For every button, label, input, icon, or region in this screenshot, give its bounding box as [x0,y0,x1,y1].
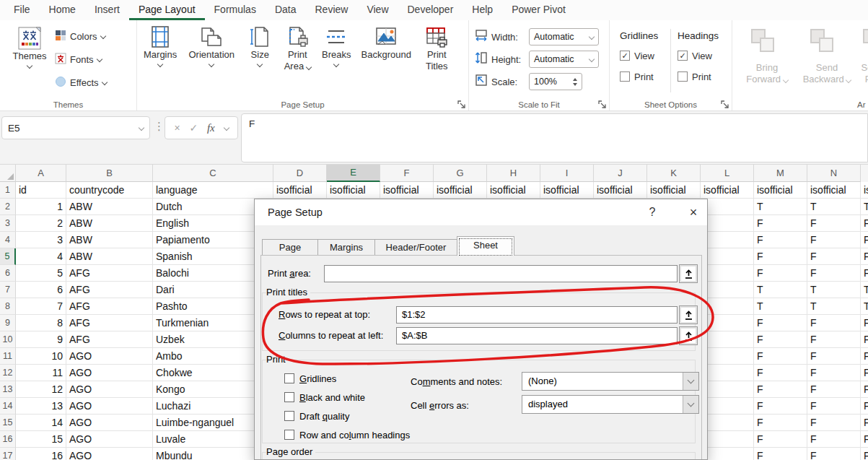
cell[interactable]: F [754,215,807,232]
headings-view-checkbox[interactable]: ✓View [678,48,719,63]
menu-item-insert[interactable]: Insert [85,0,129,20]
cell[interactable]: 13 [16,398,66,415]
enter-icon[interactable]: ✓ [189,122,198,134]
size-button[interactable]: Size [242,22,277,72]
row-header-14[interactable]: 14 [0,398,16,415]
cell[interactable]: F [807,448,861,460]
menu-item-help[interactable]: Help [463,0,502,20]
row-header-16[interactable]: 16 [0,431,16,448]
cell[interactable]: F [754,415,807,431]
cell[interactable]: 11 [16,365,66,381]
cell[interactable]: F [861,431,868,448]
collapse-dialog-icon[interactable] [679,305,698,324]
tab-margins[interactable]: Margins [317,239,375,256]
draft-quality-checkbox[interactable] [284,411,294,421]
formula-input[interactable]: F [241,113,868,162]
combo-button[interactable] [683,373,698,390]
tab-page[interactable]: Page [262,239,318,256]
cell[interactable]: isofficial [594,182,647,199]
black-white-checkbox[interactable] [284,392,294,402]
cell[interactable]: F [754,348,807,365]
menu-item-data[interactable]: Data [266,0,306,20]
page-setup-dialog-launcher[interactable] [457,99,466,108]
bring-forward-button[interactable]: Bring Forward [741,59,793,85]
cell[interactable]: AGO [66,415,153,431]
cell[interactable]: F [861,348,868,365]
combo-button[interactable] [683,396,698,413]
cell[interactable]: F [807,431,861,448]
cell[interactable]: T [807,199,861,215]
cell[interactable]: AGO [66,398,153,415]
cell[interactable]: F [807,265,861,282]
cell[interactable]: ABW [66,199,153,215]
cell[interactable]: T [754,282,807,298]
column-header-A[interactable]: A [16,165,66,182]
row-header-8[interactable]: 8 [0,298,16,315]
collapse-dialog-icon[interactable] [679,326,698,345]
cell[interactable] [701,265,754,282]
send-backward-button[interactable]: Send Backward [799,59,855,85]
cell[interactable]: isofficial [647,182,701,199]
cell[interactable]: T [754,199,807,215]
menu-item-home[interactable]: Home [40,0,85,20]
cell[interactable]: 14 [16,415,66,431]
select-all-corner[interactable] [0,165,16,182]
spin-up-icon[interactable] [573,78,577,81]
cell[interactable]: ABW [66,215,153,232]
row-col-headings-checkbox[interactable] [284,430,294,440]
row-header-5[interactable]: 5 [0,248,16,265]
cell[interactable]: F [807,248,861,265]
cell[interactable]: F [754,331,807,348]
cell[interactable]: 8 [16,315,66,331]
cell[interactable]: 15 [16,431,66,448]
cell[interactable]: isofficial [754,182,807,199]
cell[interactable]: F [861,215,868,232]
cell[interactable]: F [807,365,861,381]
cell[interactable]: AFG [66,298,153,315]
cell[interactable]: F [861,232,868,248]
cell[interactable] [701,315,754,331]
cell[interactable]: F [861,415,868,431]
cell[interactable] [701,248,754,265]
print-area-button[interactable]: Print Area [277,22,317,72]
cell[interactable]: F [754,431,807,448]
cancel-icon[interactable]: × [174,122,180,134]
menu-item-formulas[interactable]: Formulas [205,0,266,20]
cell[interactable]: F [754,315,807,331]
column-header-L[interactable]: L [701,165,754,182]
cell[interactable]: AGO [66,431,153,448]
row-header-9[interactable]: 9 [0,315,16,331]
cell[interactable]: F [754,398,807,415]
cell[interactable]: isofficial [540,182,594,199]
cell[interactable]: F [754,232,807,248]
cell[interactable] [701,381,754,398]
close-icon[interactable]: × [680,199,707,225]
cell[interactable]: F [754,365,807,381]
breaks-button[interactable]: Breaks [317,22,355,72]
cell[interactable]: 7 [16,298,66,315]
cell[interactable] [701,298,754,315]
cell[interactable]: countrycode [66,182,153,199]
height-dropdown[interactable]: Automatic [529,51,599,68]
menu-item-view[interactable]: View [357,0,398,20]
cell[interactable]: isofficial [861,182,868,199]
row-header-1[interactable]: 1 [0,182,16,199]
column-header-D[interactable]: D [273,165,327,182]
margins-button[interactable]: Margins [140,22,180,72]
menu-item-power-pivot[interactable]: Power Pivot [502,0,575,20]
rows-repeat-field[interactable]: $1:$2 [396,306,678,324]
menu-item-file[interactable]: File [4,0,40,20]
cell[interactable]: F [754,448,807,460]
fonts-button[interactable]: Fonts [55,49,107,69]
cell[interactable]: F [861,398,868,415]
tab-sheet[interactable]: Sheet [457,236,514,256]
row-header-3[interactable]: 3 [0,215,16,232]
row-header-10[interactable]: 10 [0,331,16,348]
cell[interactable] [701,282,754,298]
background-button[interactable]: Background [355,22,417,72]
spin-down-icon[interactable] [573,83,577,86]
cell-errors-dropdown[interactable]: displayed [522,395,699,414]
tab-header-footer[interactable]: Header/Footer [374,239,457,256]
cell[interactable]: 12 [16,381,66,398]
comments-notes-dropdown[interactable]: (None) [522,372,699,391]
